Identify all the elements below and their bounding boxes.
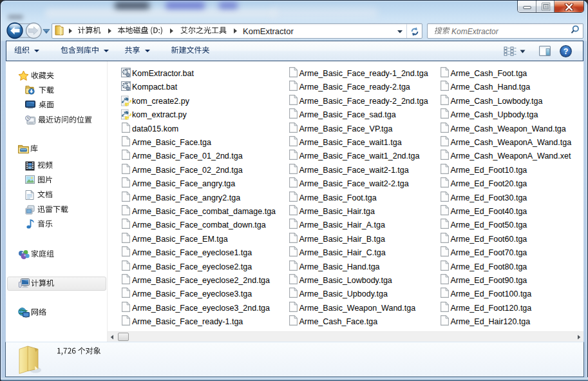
svg-text:?: ?	[564, 47, 569, 56]
